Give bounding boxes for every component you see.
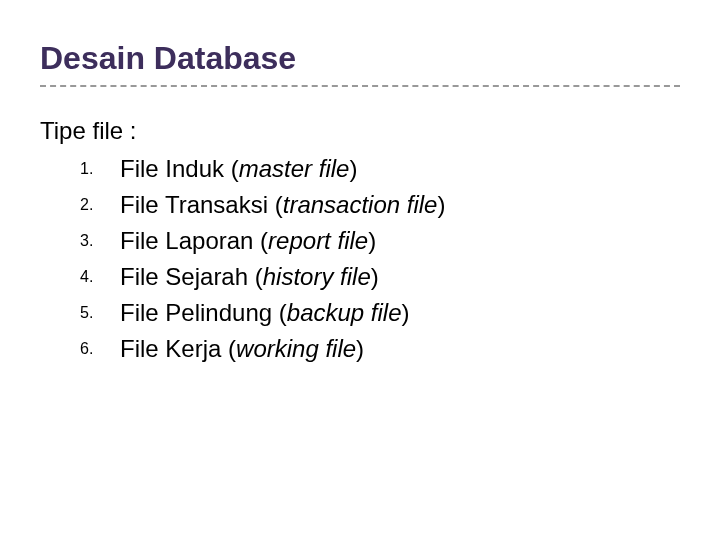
list-item: 1. File Induk (master file) [80,151,680,187]
item-number: 6. [80,337,93,361]
list-item: 6. File Kerja (working file) [80,331,680,367]
item-name: File Induk [120,155,224,182]
item-number: 1. [80,157,93,181]
item-name: File Laporan [120,227,253,254]
item-english: report file [268,227,368,254]
item-english: history file [263,263,371,290]
list-item: 4. File Sejarah (history file) [80,259,680,295]
item-number: 4. [80,265,93,289]
item-english: master file [239,155,350,182]
item-english: transaction file [283,191,438,218]
slide-title: Desain Database [40,40,680,77]
item-number: 5. [80,301,93,325]
item-number: 3. [80,229,93,253]
intro-text: Tipe file : [40,117,680,145]
item-english: backup file [287,299,402,326]
list-item: 3. File Laporan (report file) [80,223,680,259]
item-number: 2. [80,193,93,217]
title-divider [40,85,680,87]
item-english: working file [236,335,356,362]
item-name: File Transaksi [120,191,268,218]
item-name: File Sejarah [120,263,248,290]
list-item: 5. File Pelindung (backup file) [80,295,680,331]
file-type-list: 1. File Induk (master file) 2. File Tran… [80,151,680,367]
item-name: File Kerja [120,335,221,362]
list-item: 2. File Transaksi (transaction file) [80,187,680,223]
item-name: File Pelindung [120,299,272,326]
